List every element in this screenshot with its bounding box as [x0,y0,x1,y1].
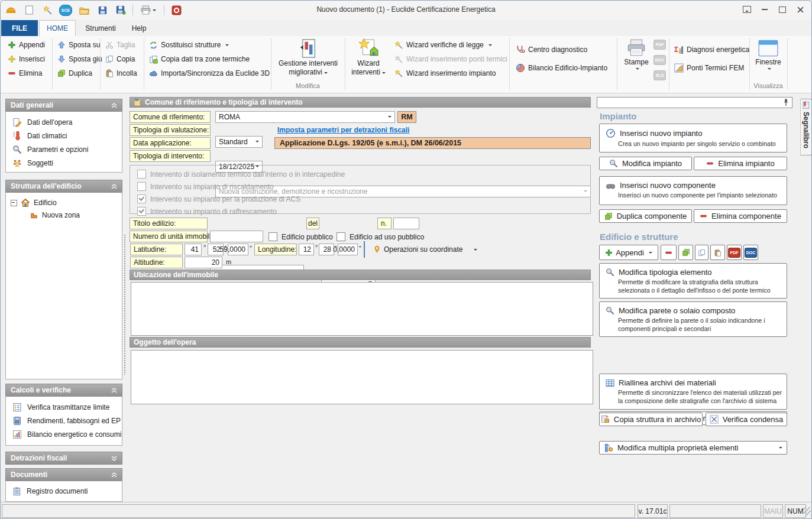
duplica-button[interactable]: Duplica [55,67,95,80]
segnalibro-tab[interactable]: Segnalibro [800,99,812,155]
modifica-parete-button[interactable]: Modifica parete o solaio composto Permet… [599,301,787,337]
appendi-button[interactable]: Appendi [5,38,47,51]
modifica-impianto-button[interactable]: Modifica impianto [599,157,692,170]
comune-combobox[interactable]: ROMA [215,111,395,123]
copia-dati-zone-button[interactable]: Copia dati tra zone termiche [147,53,252,66]
detrazioni-fiscali-link[interactable]: Imposta parametri per detrazioni fiscali [277,126,409,134]
sidebar-item-trasmittanze[interactable]: Verifica trasmittanze limite [6,400,122,414]
elimina-button[interactable]: Elimina [5,67,44,80]
duplica-componente-button[interactable]: Duplica componente [599,209,692,223]
modifica-multipla-button[interactable]: Modifica multipla proprietà elementi [599,441,787,455]
copia-button[interactable]: Copia [103,53,137,66]
sidebar-item-rendimenti[interactable]: Rendimenti, fabbisogni ed EP [6,414,122,427]
centro-diagnostico-button[interactable]: Centro diagnostico [513,43,590,56]
magnifier-wrench-icon [606,306,614,315]
inserisci-impianto-button[interactable]: Inserisci nuovo impianto Crea un nuovo i… [599,124,787,153]
lat-deg-input[interactable]: 41 [185,244,202,255]
ribbon: Appendi Inserisci Elimina Sposta su Spos… [1,36,811,93]
lon-sec-input[interactable]: 0,0000 [338,244,358,255]
sidebar-item-bilancio-energetico[interactable]: Bilancio energetico e consumi [6,427,122,441]
panel-header-struttura[interactable]: Struttura dell'edificio [5,180,122,193]
dropdown-caret [636,68,639,72]
sidebar-item-registro[interactable]: Registro documenti [6,484,122,498]
sync-icon [149,41,158,50]
inserisci-button[interactable]: Inserisci [5,53,47,66]
elimina-componente-button[interactable]: Elimina componente [694,209,787,223]
inserisci-componente-button[interactable]: Inserisci nuovo componente Inserisci un … [599,176,787,205]
edificio-uso-pubblico-checkbox[interactable]: Edificio ad uso pubblico [337,232,424,241]
maximize-button[interactable] [774,1,791,18]
operazioni-coordinate-button[interactable]: Operazioni su coordinate [371,243,480,256]
elimina-struttura-button[interactable] [661,245,677,260]
duplica-struttura-button[interactable] [678,245,693,260]
sidebar-splitter[interactable] [124,234,126,375]
finestre-button[interactable]: Finestre [752,38,785,70]
tab-home[interactable]: HOME [39,20,76,36]
sidebar-item-dati-opera[interactable]: Dati dell'opera [6,115,122,129]
panel-header-calcoli[interactable]: Calcoli e verifiche [5,384,122,397]
sposta-su-button[interactable]: Sposta su [55,38,102,51]
button-title: Inserisci nuovo impianto [620,129,702,138]
gauge-icon [606,128,616,138]
tree-node-edificio[interactable]: Edificio [6,193,122,207]
ponti-termici-fem-button[interactable]: Ponti Termici FEM [672,61,746,74]
panel-header-documenti[interactable]: Documenti [5,468,122,481]
sostituisci-strutture-button[interactable]: Sostituisci strutture [147,38,231,51]
incolla-struttura-button[interactable] [710,245,725,260]
gestione-interventi-button[interactable]: Gestione interventi migliorativi [273,38,343,77]
tree-node-nuova-zona[interactable]: Nuova zona [6,207,122,219]
pushpin-icon[interactable] [782,98,790,107]
elimina-impianto-button[interactable]: Elimina impianto [694,157,787,170]
copia-struttura-archivio-button[interactable]: Copia struttura in archivio [599,413,703,426]
sposta-giu-button[interactable]: Sposta giù [55,53,105,66]
esporta-pdf-button[interactable]: PDF [727,245,742,260]
checklist-icon [12,403,22,412]
wizard-ponti-termici-button: Wizard inserimento ponti termici [392,53,510,66]
importa-euclide3d-button[interactable]: Importa/Sincronizza da Euclide 3D [147,67,272,80]
titolo-numero-input[interactable] [393,218,419,229]
edificio-pubblico-checkbox[interactable]: Edificio pubblico [268,232,333,241]
tab-strumenti[interactable]: Strumenti [79,20,122,36]
ribbon-collapse-icon [743,6,751,13]
wizard-impianto-button[interactable]: Wizard inserimento impianto [392,67,498,80]
sidebar-item-parametri[interactable]: Parametri e opzioni [6,142,122,156]
modifica-tipologia-button[interactable]: Modifica tipologia elemento Permette di … [599,263,787,299]
lat-sec-input[interactable]: 59,0000 [228,244,248,255]
sidebar-item-soggetti[interactable]: Soggetti [6,156,122,170]
resize-grip[interactable] [804,507,811,515]
incolla-button[interactable]: Incolla [103,67,140,80]
panel-header-detrazioni[interactable]: Detrazioni fiscali [5,452,122,465]
esporta-doc-button[interactable]: DOC [743,245,758,260]
bilancio-edificio-impianto-button[interactable]: Bilancio Edificio-Impianto [513,61,610,74]
riallinea-archivi-button[interactable]: Riallinea archivi dei materiali Permette… [599,374,787,410]
stampe-button[interactable]: Stampe [619,38,654,70]
wizard-verifiche-button[interactable]: Wizard verifiche di legge [392,38,494,51]
minus-red-icon [665,249,672,257]
sidebar-item-dati-climatici[interactable]: Dati climatici [6,129,122,142]
panel-body-calcoli: Verifica trasmittanze limite Rendimenti,… [5,397,122,446]
copia-struttura-button[interactable] [695,245,709,260]
close-button[interactable] [791,1,809,18]
minimize-button[interactable] [756,1,774,18]
building-icon [21,198,30,207]
altitudine-input[interactable]: 20 [185,257,222,268]
valutazione-combobox[interactable]: Standard [215,136,263,148]
appendi-struttura-button[interactable]: Appendi [599,245,658,260]
verifica-condensa-button[interactable]: Verifica condensa [706,413,787,426]
tree-expander-icon[interactable] [11,200,17,206]
ubicazione-textarea[interactable] [131,282,593,336]
check-riscaldamento: Intervento su impianto di riscaldamento [137,182,590,191]
tab-help[interactable]: Help [125,20,153,36]
unita-input[interactable] [210,231,263,242]
interventi-bars-icon [299,38,317,59]
lon-deg-input[interactable]: 12 [299,244,314,255]
diagnosi-energetica-button[interactable]: ΣDiagnosi energetica [672,43,752,56]
wizard-interventi-button[interactable]: Wizard interventi [347,38,390,77]
status-message-cell [2,504,635,518]
ribbon-collapse-button[interactable] [738,1,756,18]
chevron-double-down-icon [111,456,117,461]
lon-min-input[interactable]: 28 [319,244,334,255]
panel-header-dati-generali[interactable]: Dati generali [5,99,122,112]
tab-file[interactable]: FILE [1,20,38,36]
oggetto-textarea[interactable] [131,350,593,404]
